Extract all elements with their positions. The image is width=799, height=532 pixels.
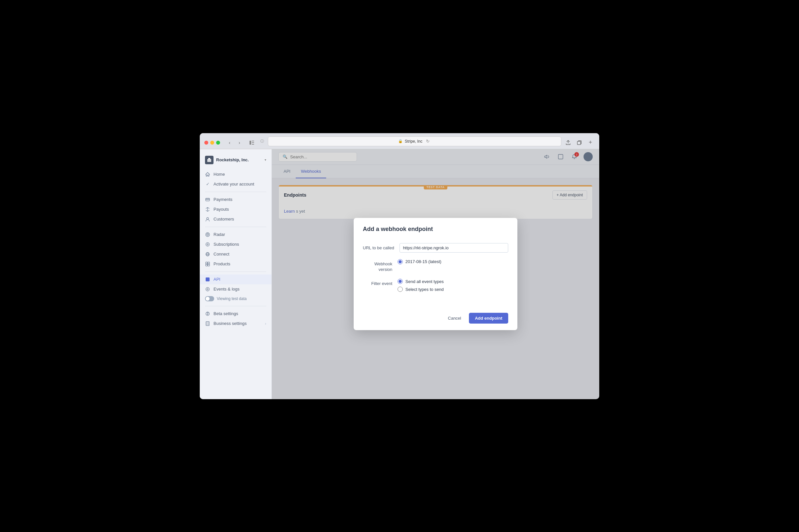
add-tab-button[interactable]: + [586, 138, 595, 147]
radar-label: Radar [214, 232, 225, 237]
payments-label: Payments [214, 197, 233, 202]
dropdown-icon: ▾ [265, 158, 266, 162]
main-content: 🔍 [272, 149, 599, 399]
duplicate-button[interactable] [575, 138, 583, 147]
products-label: Products [214, 261, 230, 266]
filter-radio-group: Send all event types Select types to sen… [398, 279, 508, 292]
divider-1 [205, 192, 266, 192]
svg-rect-26 [206, 322, 209, 326]
lock-icon: 🔒 [398, 139, 403, 143]
arrow-right-icon: › [265, 322, 266, 326]
events-icon [205, 287, 210, 292]
url-text: Stripe, Inc [405, 139, 422, 144]
payouts-icon [205, 207, 210, 212]
building-icon [205, 321, 210, 326]
filter-option-all[interactable]: Send all event types [398, 279, 508, 284]
minimize-button[interactable] [210, 141, 214, 145]
filter-option-select[interactable]: Select types to send [398, 287, 508, 292]
modal-header: Add a webhook endpoint [353, 218, 517, 238]
sidebar: Rocketship, Inc. ▾ Home ✓ Activate your … [200, 149, 272, 399]
svg-rect-6 [208, 158, 210, 159]
filter-radio-select[interactable] [398, 287, 403, 292]
connect-icon [205, 252, 210, 257]
svg-rect-28 [208, 323, 208, 323]
svg-rect-1 [252, 141, 254, 141]
radar-icon [205, 232, 210, 237]
subscriptions-icon [205, 242, 210, 247]
svg-rect-21 [208, 264, 210, 266]
home-icon [205, 172, 210, 177]
subscriptions-label: Subscriptions [214, 242, 239, 247]
version-row: Webhookversion 2017-08-15 (latest) [363, 259, 508, 272]
address-bar[interactable]: 🔒 Stripe, Inc ↻ [268, 136, 561, 146]
svg-rect-19 [208, 262, 210, 264]
divider-3 [205, 271, 266, 272]
sidebar-item-events[interactable]: Events & logs [200, 284, 271, 294]
sidebar-item-home[interactable]: Home [200, 170, 271, 179]
svg-point-14 [207, 244, 208, 245]
webhook-modal: Add a webhook endpoint URL to be called … [353, 218, 517, 330]
svg-rect-0 [250, 141, 251, 145]
connect-label: Connect [214, 252, 229, 256]
add-endpoint-submit-button[interactable]: Add endpoint [469, 313, 508, 324]
forward-button[interactable]: › [235, 138, 243, 147]
maximize-button[interactable] [216, 141, 220, 145]
modal-overlay: Add a webhook endpoint URL to be called … [272, 149, 599, 399]
close-button[interactable] [204, 141, 208, 145]
company-icon [205, 156, 214, 164]
beta-icon [205, 311, 210, 317]
svg-rect-27 [207, 323, 207, 323]
modal-title: Add a webhook endpoint [363, 226, 508, 233]
beta-settings-label: Beta settings [214, 311, 238, 316]
svg-rect-5 [207, 159, 211, 162]
sidebar-item-connect[interactable]: Connect [200, 249, 271, 259]
svg-rect-18 [206, 262, 207, 264]
svg-rect-4 [577, 141, 581, 145]
filter-radio-all[interactable] [398, 279, 403, 284]
url-input[interactable] [399, 243, 508, 252]
sidebar-item-customers[interactable]: Customers [200, 214, 271, 224]
home-label: Home [214, 172, 225, 177]
cancel-button[interactable]: Cancel [444, 313, 465, 323]
filter-label: Filter event [363, 279, 392, 287]
sidebar-item-payments[interactable]: Payments [200, 195, 271, 205]
version-radio-group: 2017-08-15 (latest) [398, 259, 508, 264]
sidebar-item-subscriptions[interactable]: Subscriptions [200, 240, 271, 249]
api-icon [205, 277, 210, 282]
company-name: Rocketship, Inc. [216, 157, 262, 162]
svg-rect-8 [206, 199, 210, 200]
filter-event-row: Filter event Send all event types Select… [363, 279, 508, 292]
svg-rect-30 [208, 324, 208, 325]
version-radio-latest[interactable] [398, 259, 403, 264]
api-label: API [214, 277, 220, 282]
sidebar-item-business-settings[interactable]: Business settings › [200, 319, 271, 328]
traffic-lights [204, 141, 220, 145]
products-icon [205, 261, 210, 267]
svg-rect-22 [206, 278, 210, 281]
sidebar-item-activate[interactable]: ✓ Activate your account [200, 179, 271, 189]
version-latest-label: 2017-08-15 (latest) [405, 259, 441, 264]
back-button[interactable]: ‹ [225, 138, 234, 147]
sidebar-item-payouts[interactable]: Payouts [200, 205, 271, 214]
version-option-latest[interactable]: 2017-08-15 (latest) [398, 259, 508, 264]
sidebar-item-products[interactable]: Products [200, 259, 271, 269]
svg-rect-3 [252, 144, 254, 145]
customers-icon [205, 216, 210, 222]
sidebar-toggle-button[interactable] [248, 138, 256, 147]
toggle-switch[interactable] [205, 296, 214, 301]
test-data-label: Viewing test data [217, 297, 247, 301]
svg-point-13 [206, 243, 210, 246]
company-selector[interactable]: Rocketship, Inc. ▾ [200, 154, 271, 170]
reload-button[interactable]: ↻ [424, 138, 431, 145]
filter-select-label: Select types to send [405, 287, 444, 292]
divider-4 [205, 306, 266, 306]
business-settings-label: Business settings [214, 321, 247, 326]
sidebar-item-api[interactable]: API [200, 274, 271, 284]
toggle-knob [206, 297, 210, 301]
divider-2 [205, 227, 266, 227]
info-button[interactable]: ⓘ [259, 138, 265, 145]
sidebar-item-radar[interactable]: Radar [200, 230, 271, 240]
test-data-toggle[interactable]: Viewing test data [200, 294, 271, 303]
sidebar-item-beta-settings[interactable]: Beta settings [200, 309, 271, 319]
share-button[interactable] [564, 138, 573, 147]
